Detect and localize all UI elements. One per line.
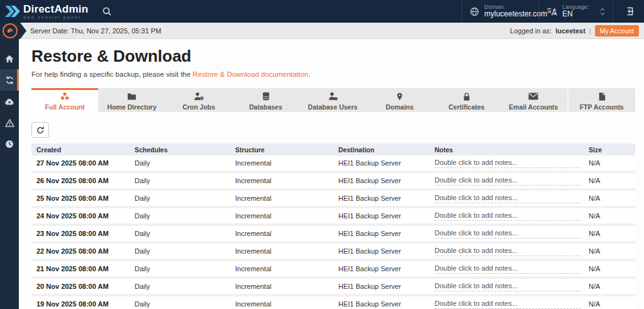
logout-icon (623, 6, 635, 16)
sidebar-item-history[interactable] (0, 133, 19, 155)
table-row[interactable]: 21 Nov 2025 08:00 AM Daily Incremental H… (31, 261, 635, 276)
cell-notes[interactable]: Double click to add notes... (430, 299, 584, 309)
notes-placeholder[interactable]: Double click to add notes... (435, 299, 581, 309)
cell-notes[interactable]: Double click to add notes... (430, 158, 584, 168)
cell-created: 27 Nov 2025 08:00 AM (31, 159, 130, 167)
cell-schedules: Daily (130, 247, 230, 255)
cell-structure: Incremental (230, 194, 333, 202)
notes-placeholder[interactable]: Double click to add notes... (435, 193, 581, 203)
table-row[interactable]: 24 Nov 2025 08:00 AM Daily Incremental H… (31, 208, 635, 223)
cell-created: 23 Nov 2025 08:00 AM (31, 230, 130, 237)
domain-selector[interactable]: Domain: myluceetester.com (462, 0, 538, 23)
table-body: 27 Nov 2025 08:00 AM Daily Incremental H… (31, 155, 635, 309)
cell-destination: HEI1 Backup Server (333, 212, 430, 220)
cell-size: N/A (584, 283, 635, 290)
cell-structure: Incremental (230, 177, 333, 184)
tab-full-account[interactable]: Full Account (31, 88, 98, 112)
sidebar-item-alerts[interactable] (0, 112, 19, 133)
table-row[interactable]: 23 Nov 2025 08:00 AM Daily Incremental H… (31, 226, 635, 241)
file-icon (598, 92, 606, 101)
notes-placeholder[interactable]: Double click to add notes... (435, 281, 581, 291)
tab-label: Databases (249, 103, 282, 111)
cell-schedules: Daily (130, 194, 230, 202)
cell-notes[interactable]: Double click to add notes... (430, 211, 584, 221)
cell-notes[interactable]: Double click to add notes... (430, 281, 584, 291)
notes-placeholder[interactable]: Double click to add notes... (435, 264, 581, 274)
column-header-notes: Notes (430, 146, 584, 154)
cell-structure: Incremental (230, 265, 333, 272)
cell-size: N/A (584, 177, 635, 184)
tab-home-directory[interactable]: Home Directory (98, 88, 165, 112)
column-header-created: Created (31, 146, 130, 154)
tab-label: Email Accounts (509, 103, 558, 111)
search-icon[interactable] (102, 6, 112, 16)
cloud-download-icon (4, 98, 14, 106)
cell-created: 25 Nov 2025 08:00 AM (31, 194, 130, 202)
cell-schedules: Daily (130, 283, 230, 290)
logout-button[interactable] (613, 0, 644, 23)
cell-schedules: Daily (130, 230, 230, 237)
envelope-icon (528, 92, 538, 101)
cell-notes[interactable]: Double click to add notes... (430, 176, 584, 186)
cell-notes[interactable]: Double click to add notes... (430, 246, 584, 256)
database-icon (262, 92, 270, 101)
language-selector[interactable]: Language: EN (538, 0, 613, 23)
logged-in-username: luceetest (555, 27, 586, 35)
cell-notes[interactable]: Double click to add notes... (430, 228, 584, 239)
cell-created: 20 Nov 2025 08:00 AM (31, 283, 130, 290)
server-date: Server Date: Thu, Nov 27, 2025, 05:31 PM (30, 27, 161, 35)
tab-database-users[interactable]: Database Users (299, 88, 366, 112)
notes-placeholder[interactable]: Double click to add notes... (435, 246, 581, 256)
table-row[interactable]: 19 Nov 2025 08:00 AM Daily Incremental H… (31, 296, 635, 309)
tab-databases[interactable]: Databases (232, 88, 299, 112)
folder-icon (127, 92, 136, 101)
cell-notes[interactable]: Double click to add notes... (430, 264, 584, 274)
refresh-button[interactable] (31, 122, 49, 138)
tab-label: FTP Accounts (580, 103, 624, 111)
table-row[interactable]: 27 Nov 2025 08:00 AM Daily Incremental H… (31, 155, 635, 171)
sidebar-item-backups[interactable] (0, 91, 19, 112)
tab-certificates[interactable]: Certificates (433, 88, 500, 112)
sidebar-item-home[interactable] (0, 48, 19, 69)
table-row[interactable]: 22 Nov 2025 08:00 AM Daily Incremental H… (31, 244, 635, 259)
cell-structure: Incremental (230, 212, 333, 220)
cell-structure: Incremental (230, 300, 333, 308)
cell-notes[interactable]: Double click to add notes... (430, 193, 584, 203)
tab-domains[interactable]: Domains (366, 88, 433, 112)
cell-created: 22 Nov 2025 08:00 AM (31, 247, 130, 255)
cell-size: N/A (584, 265, 635, 272)
cell-created: 26 Nov 2025 08:00 AM (31, 177, 130, 184)
my-account-button[interactable]: My Account (595, 25, 639, 37)
notes-placeholder[interactable]: Double click to add notes... (435, 228, 581, 239)
notes-placeholder[interactable]: Double click to add notes... (435, 158, 581, 168)
clock-icon (5, 140, 14, 149)
warning-icon (5, 119, 14, 127)
table-row[interactable]: 20 Nov 2025 08:00 AM Daily Incremental H… (31, 279, 635, 294)
column-header-destination: Destination (333, 146, 430, 154)
refresh-icon (36, 126, 45, 135)
table-row[interactable]: 25 Nov 2025 08:00 AM Daily Incremental H… (31, 191, 635, 206)
sidebar-item-restore[interactable] (0, 69, 19, 91)
cell-size: N/A (584, 247, 635, 255)
help-text: For help finding a specific backup, plea… (31, 70, 644, 78)
tab-ftp-accounts[interactable]: FTP Accounts (567, 88, 635, 112)
tab-email-accounts[interactable]: Email Accounts (500, 88, 567, 112)
avatar[interactable] (3, 23, 18, 38)
cell-structure: Incremental (230, 159, 333, 167)
notes-placeholder[interactable]: Double click to add notes... (435, 176, 581, 186)
cell-size: N/A (584, 194, 635, 202)
chevron-updown-icon (600, 8, 605, 16)
table-row[interactable]: 26 Nov 2025 08:00 AM Daily Incremental H… (31, 173, 635, 188)
column-header-structure: Structure (230, 146, 333, 154)
chevrons-logo-icon (5, 5, 20, 18)
notes-placeholder[interactable]: Double click to add notes... (435, 211, 581, 221)
cell-schedules: Daily (130, 265, 230, 272)
backups-table: Created Schedules Structure Destination … (31, 143, 635, 309)
directadmin-logo[interactable]: DirectAdmin web control panel (0, 4, 88, 20)
tab-cron-jobs[interactable]: Cron Jobs (165, 88, 232, 112)
globe-icon (470, 7, 479, 16)
cell-structure: Incremental (230, 283, 333, 290)
cell-created: 21 Nov 2025 08:00 AM (31, 265, 130, 272)
documentation-link[interactable]: Restore & Download documentation. (192, 70, 310, 78)
logged-in-label: Logged in as: (510, 27, 552, 35)
